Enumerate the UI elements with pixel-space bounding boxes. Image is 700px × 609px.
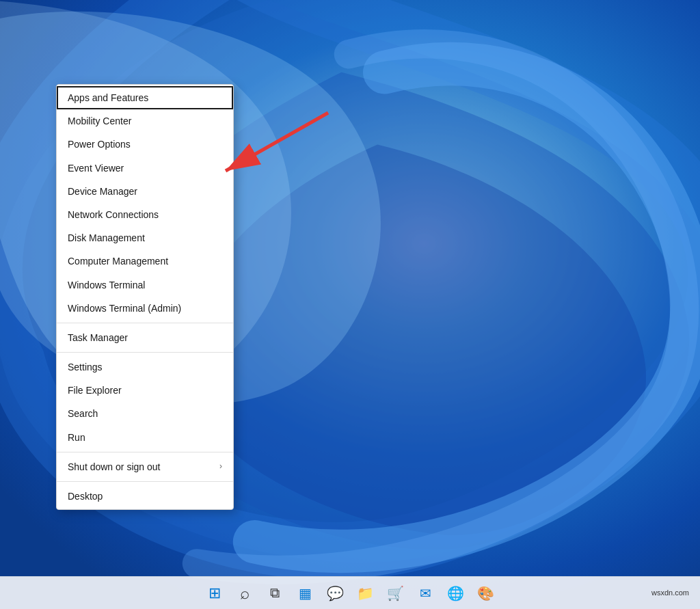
menu-item-shut-down[interactable]: Shut down or sign out› (57, 455, 233, 478)
menu-item-settings[interactable]: Settings (57, 355, 233, 379)
taskbar-icon-teams[interactable]: 💬 (321, 580, 349, 607)
menu-item-label-task-manager: Task Manager (68, 331, 128, 344)
menu-item-disk-management[interactable]: Disk Management (57, 226, 233, 249)
menu-item-label-windows-terminal: Windows Terminal (68, 279, 145, 291)
menu-item-power-options[interactable]: Power Options (57, 133, 233, 156)
taskbar-icon-task-view[interactable]: ⧉ (261, 580, 288, 607)
taskbar-icon-start[interactable]: ⊞ (201, 580, 228, 607)
menu-item-label-windows-terminal-admin: Windows Terminal (Admin) (68, 302, 181, 314)
menu-item-label-device-manager: Device Manager (68, 185, 137, 198)
menu-item-windows-terminal-admin[interactable]: Windows Terminal (Admin) (57, 297, 233, 320)
taskbar-icon-widgets[interactable]: ▦ (291, 580, 319, 607)
taskbar-icon-paint[interactable]: 🎨 (472, 580, 499, 607)
menu-item-label-desktop: Desktop (68, 490, 103, 502)
taskbar-clock: wsxdn.com (651, 576, 689, 609)
taskbar-icon-file-explorer[interactable]: 📁 (351, 580, 379, 607)
context-menu: Apps and FeaturesMobility CenterPower Op… (56, 84, 234, 510)
menu-item-label-power-options: Power Options (68, 138, 131, 150)
menu-item-network-connections[interactable]: Network Connections (57, 203, 233, 226)
menu-item-search[interactable]: Search (57, 402, 233, 425)
menu-separator (57, 323, 233, 323)
menu-item-mobility-center[interactable]: Mobility Center (57, 109, 233, 133)
menu-item-label-disk-management: Disk Management (68, 232, 145, 244)
menu-item-label-event-viewer: Event Viewer (68, 162, 124, 174)
menu-item-run[interactable]: Run (57, 426, 233, 449)
menu-item-label-file-explorer: File Explorer (68, 384, 122, 396)
menu-item-label-mobility-center: Mobility Center (68, 115, 131, 127)
taskbar-icon-mail[interactable]: ✉ (412, 580, 439, 607)
submenu-arrow-shut-down: › (219, 461, 222, 472)
taskbar-icon-chrome[interactable]: 🌐 (442, 580, 469, 607)
menu-item-event-viewer[interactable]: Event Viewer (57, 157, 233, 180)
menu-item-label-run: Run (68, 431, 85, 444)
menu-separator (57, 452, 233, 452)
menu-item-device-manager[interactable]: Device Manager (57, 180, 233, 203)
menu-separator (57, 352, 233, 353)
taskbar-icons: ⊞⌕⧉▦💬📁🛒✉🌐🎨 (201, 580, 499, 607)
menu-item-desktop[interactable]: Desktop (57, 485, 233, 508)
menu-separator (57, 481, 233, 482)
menu-item-windows-terminal[interactable]: Windows Terminal (57, 273, 233, 297)
menu-item-label-apps-features: Apps and Features (68, 92, 148, 104)
taskbar-icon-search[interactable]: ⌕ (231, 580, 258, 607)
menu-item-label-search: Search (68, 407, 98, 420)
menu-item-label-settings: Settings (68, 361, 103, 373)
menu-item-file-explorer[interactable]: File Explorer (57, 379, 233, 402)
menu-item-label-computer-management: Computer Management (68, 255, 168, 267)
menu-item-apps-features[interactable]: Apps and Features (57, 86, 233, 109)
taskbar-icon-store[interactable]: 🛒 (381, 580, 409, 607)
menu-item-label-shut-down: Shut down or sign out (68, 461, 160, 473)
taskbar: ⊞⌕⧉▦💬📁🛒✉🌐🎨 wsxdn.com (0, 576, 700, 609)
menu-item-label-network-connections: Network Connections (68, 208, 159, 221)
menu-item-task-manager[interactable]: Task Manager (57, 326, 233, 349)
menu-item-computer-management[interactable]: Computer Management (57, 249, 233, 273)
